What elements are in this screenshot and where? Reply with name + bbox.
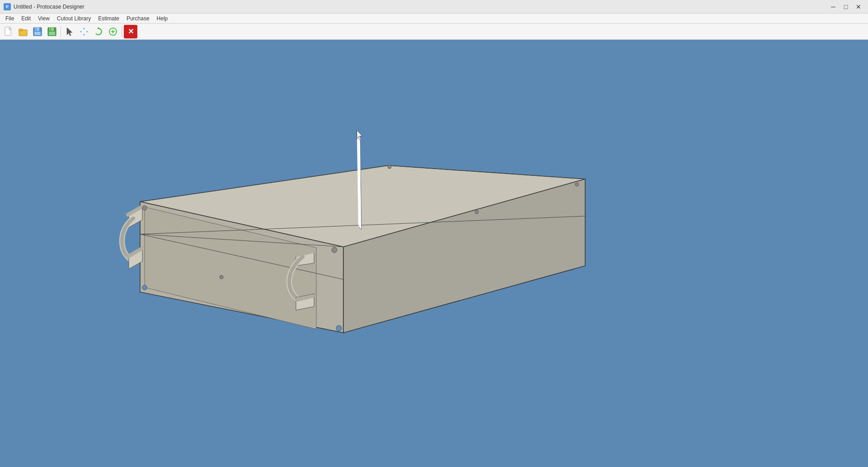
svg-rect-5 (35, 28, 39, 31)
restore-button[interactable]: □ (840, 1, 852, 13)
menu-edit[interactable]: Edit (18, 14, 34, 23)
app-icon: P (4, 3, 11, 10)
zoom-fit-button[interactable] (106, 25, 120, 38)
svg-point-41 (575, 183, 579, 186)
menu-file[interactable]: File (2, 14, 18, 23)
zoom-fit-icon (108, 27, 118, 37)
svg-point-43 (220, 275, 223, 279)
svg-rect-7 (36, 28, 37, 30)
rotate-tool-button[interactable] (92, 25, 105, 38)
save-as-button[interactable] (45, 25, 59, 38)
svg-point-36 (142, 206, 147, 210)
select-tool-button[interactable] (63, 25, 76, 38)
svg-rect-10 (49, 32, 55, 35)
move-tool-button[interactable] (77, 25, 91, 38)
minimize-button[interactable]: ─ (827, 1, 839, 13)
toolbar-separator-1 (61, 26, 61, 37)
open-icon (18, 27, 28, 37)
svg-point-39 (336, 325, 342, 331)
save-button[interactable] (31, 25, 44, 38)
toolbar-separator-2 (122, 26, 122, 37)
title-bar: P Untitled - Protocase Designer ─ □ ✕ (0, 0, 868, 14)
menu-cutout-library[interactable]: Cutout Library (53, 14, 94, 23)
new-button[interactable] (2, 25, 15, 38)
menu-estimate[interactable]: Estimate (94, 14, 123, 23)
save-icon (33, 27, 42, 37)
svg-marker-12 (67, 28, 72, 36)
rotate-icon (94, 27, 103, 37)
svg-rect-3 (19, 29, 23, 31)
svg-marker-13 (83, 28, 85, 36)
arrow-icon (65, 27, 75, 37)
svg-point-38 (332, 247, 337, 253)
menu-view[interactable]: View (34, 14, 53, 23)
window-title: Untitled - Protocase Designer (14, 4, 827, 10)
close-button[interactable]: ✕ (853, 1, 864, 13)
window-controls: ─ □ ✕ (827, 1, 864, 13)
move-icon (79, 27, 89, 37)
menu-bar: File Edit View Cutout Library Estimate P… (0, 14, 868, 24)
svg-rect-6 (34, 32, 41, 35)
3d-scene (0, 40, 868, 467)
svg-marker-15 (97, 27, 100, 29)
delete-button[interactable]: ✕ (124, 25, 137, 38)
svg-point-40 (388, 165, 391, 169)
svg-marker-14 (80, 31, 88, 33)
save-as-icon (47, 27, 57, 37)
open-button[interactable] (16, 25, 30, 38)
menu-help[interactable]: Help (153, 14, 172, 23)
toolbar: ✕ (0, 24, 868, 40)
svg-rect-9 (49, 28, 54, 31)
new-icon (4, 27, 14, 37)
svg-point-44 (142, 285, 147, 290)
viewport[interactable] (0, 40, 868, 467)
menu-purchase[interactable]: Purchase (123, 14, 153, 23)
svg-rect-11 (50, 28, 51, 30)
svg-point-42 (475, 210, 479, 214)
